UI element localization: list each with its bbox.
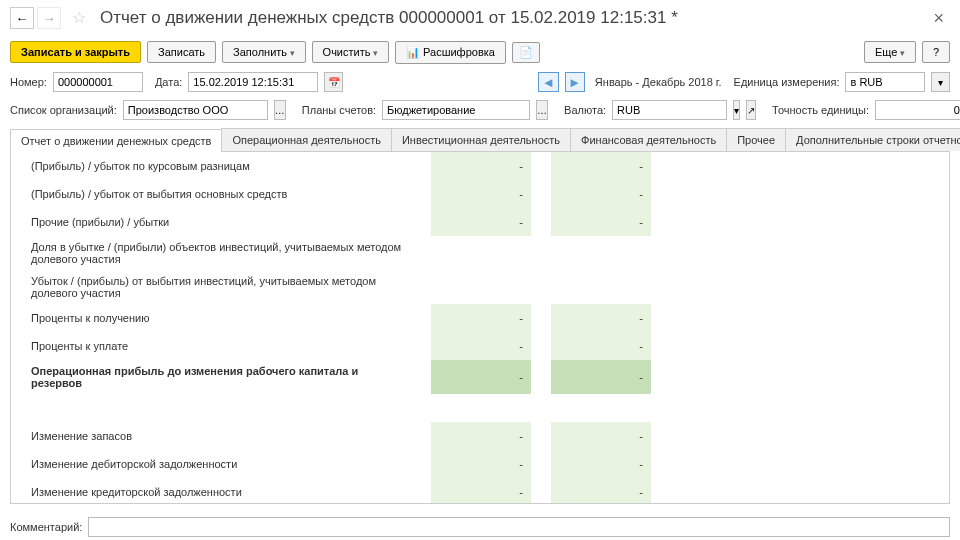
row-value-1: - xyxy=(431,450,531,478)
tab-5[interactable]: Дополнительные строки отчетности xyxy=(785,128,960,151)
report-button[interactable]: 📄 xyxy=(512,42,540,63)
table-row[interactable]: (Прибыль) / убыток по курсовым разницам-… xyxy=(11,152,949,180)
row-label: (Прибыль) / убыток от выбытия основных с… xyxy=(11,180,411,208)
tab-0[interactable]: Отчет о движении денежных средств xyxy=(10,129,222,152)
table-row[interactable]: (Прибыль) / убыток от выбытия основных с… xyxy=(11,180,949,208)
row-value-2: - xyxy=(551,360,651,394)
tab-2[interactable]: Инвестиционная деятельность xyxy=(391,128,571,151)
row-value-1: - xyxy=(431,304,531,332)
currency-open-button[interactable]: ↗ xyxy=(746,100,756,120)
table-row[interactable]: Доля в убытке / (прибыли) объектов инвес… xyxy=(11,236,949,270)
help-button[interactable]: ? xyxy=(922,41,950,63)
unit-field[interactable] xyxy=(845,72,925,92)
row-value-2: - xyxy=(551,478,651,504)
period-next-button[interactable]: ► xyxy=(565,72,585,92)
orgs-pick-button[interactable]: … xyxy=(274,100,286,120)
currency-drop-button[interactable]: ▾ xyxy=(733,100,740,120)
row-label: Изменение дебиторской задолженности xyxy=(11,450,411,478)
comment-field[interactable] xyxy=(88,517,950,537)
save-button[interactable]: Записать xyxy=(147,41,216,63)
table-row[interactable]: Проценты к получению-- xyxy=(11,304,949,332)
favorite-icon[interactable]: ☆ xyxy=(72,8,92,28)
row-value-2: - xyxy=(551,208,651,236)
row-value-2: - xyxy=(551,152,651,180)
save-close-button[interactable]: Записать и закрыть xyxy=(10,41,141,63)
table-row[interactable]: Проценты к уплате-- xyxy=(11,332,949,360)
clear-button[interactable]: Очистить xyxy=(312,41,389,63)
page-title: Отчет о движении денежных средств 000000… xyxy=(100,8,927,28)
number-label: Номер: xyxy=(10,76,47,88)
table-row[interactable]: Операционная прибыль до изменения рабоче… xyxy=(11,360,949,394)
tab-4[interactable]: Прочее xyxy=(726,128,786,151)
calendar-button[interactable]: 📅 xyxy=(324,72,343,92)
unit-drop-button[interactable]: ▾ xyxy=(931,72,950,92)
row-value-2 xyxy=(551,236,651,270)
row-label: Проценты к получению xyxy=(11,304,411,332)
currency-field[interactable] xyxy=(612,100,727,120)
row-value-1 xyxy=(431,236,531,270)
report-grid[interactable]: (Прибыль) / убыток по курсовым разницам-… xyxy=(10,152,950,504)
row-value-2: - xyxy=(551,180,651,208)
row-value-2: - xyxy=(551,450,651,478)
precision-label: Точность единицы: xyxy=(772,104,869,116)
row-value-1: - xyxy=(431,478,531,504)
fill-button[interactable]: Заполнить xyxy=(222,41,306,63)
row-value-2 xyxy=(551,270,651,304)
row-value-1: - xyxy=(431,208,531,236)
row-value-1: - xyxy=(431,180,531,208)
period-text: Январь - Декабрь 2018 г. xyxy=(595,76,722,88)
date-field[interactable] xyxy=(188,72,318,92)
row-label: (Прибыль) / убыток по курсовым разницам xyxy=(11,152,411,180)
row-value-2: - xyxy=(551,422,651,450)
row-label: Изменение кредиторской задолженности xyxy=(11,478,411,504)
row-value-1: - xyxy=(431,422,531,450)
row-label: Изменение запасов xyxy=(11,422,411,450)
plans-label: Планы счетов: xyxy=(302,104,376,116)
comment-label: Комментарий: xyxy=(10,521,82,533)
unit-label: Единица измерения: xyxy=(734,76,840,88)
table-row[interactable]: Изменение дебиторской задолженности-- xyxy=(11,450,949,478)
tab-3[interactable]: Финансовая деятельность xyxy=(570,128,727,151)
number-field[interactable] xyxy=(53,72,143,92)
period-prev-button[interactable]: ◄ xyxy=(538,72,558,92)
nav-back-button[interactable]: ← xyxy=(10,7,34,29)
precision-field[interactable] xyxy=(875,100,960,120)
detail-button[interactable]: 📊 Расшифровка xyxy=(395,41,506,64)
row-value-2: - xyxy=(551,332,651,360)
row-value-1 xyxy=(431,270,531,304)
table-row[interactable]: Изменение запасов-- xyxy=(11,422,949,450)
row-label: Проценты к уплате xyxy=(11,332,411,360)
currency-label: Валюта: xyxy=(564,104,606,116)
close-button[interactable]: × xyxy=(927,8,950,29)
orgs-field[interactable] xyxy=(123,100,268,120)
row-label: Прочие (прибыли) / убытки xyxy=(11,208,411,236)
table-row[interactable]: Убыток / (прибыль) от выбытия инвестиций… xyxy=(11,270,949,304)
row-label: Доля в убытке / (прибыли) объектов инвес… xyxy=(11,236,411,270)
table-row[interactable]: Прочие (прибыли) / убытки-- xyxy=(11,208,949,236)
tab-1[interactable]: Операционная деятельность xyxy=(221,128,391,151)
nav-fwd-button[interactable]: → xyxy=(37,7,61,29)
plans-field[interactable] xyxy=(382,100,530,120)
row-value-1: - xyxy=(431,152,531,180)
row-label: Убыток / (прибыль) от выбытия инвестиций… xyxy=(11,270,411,304)
orgs-label: Список организаций: xyxy=(10,104,117,116)
date-label: Дата: xyxy=(155,76,182,88)
row-label: Операционная прибыль до изменения рабоче… xyxy=(11,360,411,394)
plans-pick-button[interactable]: … xyxy=(536,100,548,120)
row-value-1: - xyxy=(431,332,531,360)
row-value-2: - xyxy=(551,304,651,332)
detail-label: Расшифровка xyxy=(423,46,495,58)
more-button[interactable]: Еще xyxy=(864,41,916,63)
row-value-1: - xyxy=(431,360,531,394)
table-row[interactable]: Изменение кредиторской задолженности-- xyxy=(11,478,949,504)
